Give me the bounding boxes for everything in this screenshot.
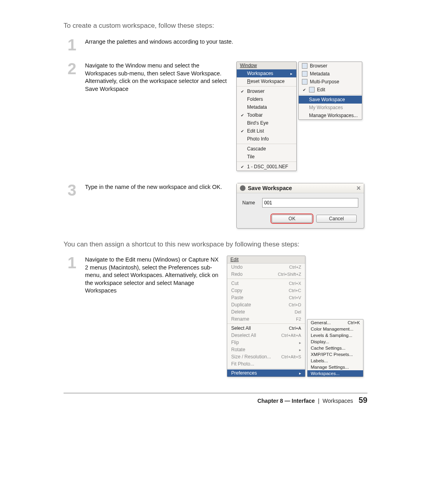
menu-item-reset[interactable]: Reset Workspace xyxy=(237,77,296,85)
step-text: Navigate to the Edit menu (Windows) or C… xyxy=(85,256,222,295)
step-b1: 1 Navigate to the Edit menu (Windows) or… xyxy=(64,256,367,377)
edit-rotate[interactable]: Rotate▸ xyxy=(227,346,305,353)
workspace-name-input[interactable] xyxy=(262,198,358,208)
footer-chapter: Chapter 8 — Interface xyxy=(257,398,315,404)
menu-item-folders[interactable]: Folders xyxy=(237,95,296,103)
edit-fitphoto[interactable]: Fit Photo... xyxy=(227,360,305,367)
chevron-right-icon: ▸ xyxy=(299,348,301,352)
menu-item-openfile[interactable]: 1 - DSC_0001.NEF xyxy=(237,163,296,171)
submenu-metadata[interactable]: Metadata xyxy=(299,70,362,78)
intro-text: To create a custom workspace, follow the… xyxy=(64,22,367,30)
submenu-browser[interactable]: Browser xyxy=(299,62,362,70)
edit-selectall[interactable]: Select AllCtrl+A xyxy=(227,325,305,332)
edit-cut[interactable]: CutCtrl+X xyxy=(227,280,305,287)
menu-item-editlist[interactable]: Edit List xyxy=(237,127,296,135)
step-text: Type in the name of the new workspace an… xyxy=(85,183,232,191)
pref-color[interactable]: Color Management... xyxy=(307,326,363,332)
pref-workspaces[interactable]: Workspaces... xyxy=(307,370,363,377)
cancel-button[interactable]: Cancel xyxy=(316,215,357,223)
page-footer: Chapter 8 — Interface | Workspaces 59 xyxy=(64,396,367,405)
pref-levels[interactable]: Levels & Sampling... xyxy=(307,332,363,339)
menu-item-metadata[interactable]: Metadata xyxy=(237,103,296,111)
browser-icon xyxy=(302,63,307,69)
menu-title: Edit xyxy=(227,256,305,264)
step-number: 1 xyxy=(68,258,80,267)
check-icon xyxy=(302,87,307,92)
check-icon xyxy=(240,88,245,94)
dialog-title: Save Workspace xyxy=(248,185,292,191)
edit-menu: Edit UndoCtrl+Z RedoCtrl+Shift+Z CutCtrl… xyxy=(227,256,305,377)
edit-preferences[interactable]: Preferences▸ xyxy=(227,369,305,377)
check-icon xyxy=(240,112,245,118)
submenu-save-workspace[interactable]: Save Workspace xyxy=(299,96,362,104)
save-workspace-dialog: Save Workspace × Name OK Cancel xyxy=(236,183,364,229)
ok-button[interactable]: OK xyxy=(272,215,312,223)
step-a3: 3 Type in the name of the new workspace … xyxy=(64,183,367,229)
app-icon xyxy=(240,185,245,191)
menu-item-cascade[interactable]: Cascade xyxy=(237,145,296,153)
check-icon xyxy=(240,164,245,169)
menu-item-tile[interactable]: Tile xyxy=(237,153,296,161)
edit-sizeres[interactable]: Size / Resolution...Ctrl+Alt+S xyxy=(227,353,305,360)
chevron-right-icon: ▸ xyxy=(299,340,301,345)
pref-xmp[interactable]: XMP/IPTC Presets... xyxy=(307,351,363,358)
submenu-multi[interactable]: Multi-Purpose xyxy=(299,78,362,86)
metadata-icon xyxy=(302,71,307,77)
edit-deselectall[interactable]: Deselect AllCtrl+Alt+A xyxy=(227,332,305,339)
pref-general[interactable]: General...Ctrl+K xyxy=(307,319,363,326)
pref-manage[interactable]: Manage Settings... xyxy=(307,364,363,370)
menu-item-toolbar[interactable]: Toolbar xyxy=(237,111,296,119)
footer-section: Workspaces xyxy=(323,398,353,404)
step-number: 2 xyxy=(68,64,80,73)
window-menu-screenshot: Window Workspaces Reset Workspace Browse… xyxy=(236,62,367,171)
check-icon xyxy=(240,128,245,134)
edit-undo[interactable]: UndoCtrl+Z xyxy=(227,264,305,271)
menu-item-birdseye[interactable]: Bird's Eye xyxy=(237,119,296,127)
edit-paste[interactable]: PasteCtrl+V xyxy=(227,294,305,301)
edit-duplicate[interactable]: DuplicateCtrl+D xyxy=(227,301,305,308)
step-number: 1 xyxy=(68,40,80,50)
chevron-right-icon: ▸ xyxy=(299,371,301,375)
edit-delete[interactable]: DeleteDel xyxy=(227,308,305,315)
step-a2: 2 Navigate to the Window menu and select… xyxy=(64,62,367,171)
edit-copy[interactable]: CopyCtrl+C xyxy=(227,287,305,294)
step-number: 3 xyxy=(68,185,80,195)
step-text: Navigate to the Window menu and select t… xyxy=(85,62,232,93)
menu-item-browser[interactable]: Browser xyxy=(237,87,296,95)
submenu-my-workspaces: My Workspaces xyxy=(299,104,362,112)
pref-cache[interactable]: Cache Settings... xyxy=(307,345,363,351)
edit-redo[interactable]: RedoCtrl+Shift+Z xyxy=(227,271,305,278)
edit-menu-screenshot: Edit UndoCtrl+Z RedoCtrl+Shift+Z CutCtrl… xyxy=(227,256,370,377)
pref-display[interactable]: Display... xyxy=(307,339,363,345)
menu-item-workspaces[interactable]: Workspaces xyxy=(237,69,296,77)
menu-item-photoinfo[interactable]: Photo Info xyxy=(237,135,296,143)
workspaces-submenu: Browser Metadata Multi-Purpose Edit Save… xyxy=(298,62,362,120)
step-text: Arrange the palettes and windows accordi… xyxy=(85,38,367,46)
multi-icon xyxy=(302,79,307,85)
close-icon[interactable]: × xyxy=(356,186,361,190)
window-menu: Window Workspaces Reset Workspace Browse… xyxy=(236,62,297,171)
menu-title: Window xyxy=(237,62,296,69)
preferences-submenu: General...Ctrl+K Color Management... Lev… xyxy=(307,319,363,377)
edit-icon xyxy=(309,87,315,92)
edit-flip[interactable]: Flip▸ xyxy=(227,339,305,346)
footer-page-number: 59 xyxy=(355,396,367,404)
step-a1: 1 Arrange the palettes and windows accor… xyxy=(64,38,367,50)
edit-rename[interactable]: RenameF2 xyxy=(227,315,305,323)
intro-text-2: You can then assign a shortcut to this n… xyxy=(64,240,367,248)
pref-labels[interactable]: Labels... xyxy=(307,358,363,364)
submenu-edit[interactable]: Edit xyxy=(299,86,362,94)
name-label: Name xyxy=(242,200,255,206)
submenu-manage-workspaces[interactable]: Manage Workspaces... xyxy=(299,112,362,119)
